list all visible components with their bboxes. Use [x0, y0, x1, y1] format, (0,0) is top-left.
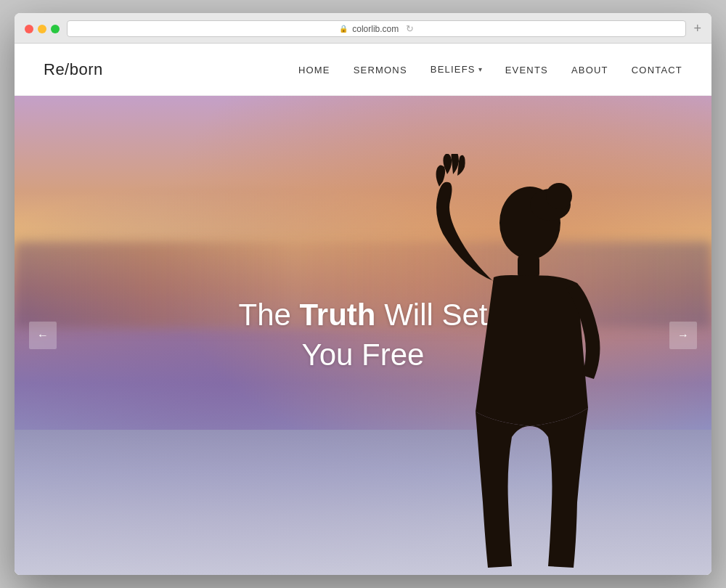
new-tab-button[interactable]: +: [693, 21, 701, 36]
nav-item-sermons[interactable]: SERMONS: [354, 63, 407, 76]
site-content: Re/born HOME SERMONS BELIEFS ▾ EVENTS: [15, 44, 711, 575]
nav-link-sermons[interactable]: SERMONS: [354, 65, 407, 75]
svg-point-2: [546, 183, 572, 209]
nav-item-events[interactable]: EVENTS: [505, 63, 548, 76]
maximize-button[interactable]: [51, 25, 60, 33]
nav-link-events[interactable]: EVENTS: [505, 65, 548, 75]
nav-link-about[interactable]: ABOUT: [571, 65, 608, 75]
address-text: colorlib.com: [352, 24, 399, 34]
address-bar[interactable]: 🔒 colorlib.com ↻: [67, 20, 686, 37]
hero-prev-button[interactable]: ←: [29, 322, 57, 349]
hero-headline: The Truth Will Set: [238, 295, 487, 335]
close-button[interactable]: [25, 25, 33, 33]
nav-link-home[interactable]: HOME: [298, 65, 330, 75]
hero-next-button[interactable]: →: [669, 322, 697, 349]
hero-section: The Truth Will Set You Free ← →: [15, 96, 711, 575]
nav-link-beliefs[interactable]: BELIEFS: [431, 64, 476, 75]
nav-item-contact[interactable]: CONTACT: [632, 63, 682, 76]
nav-item-beliefs[interactable]: BELIEFS ▾: [431, 64, 482, 75]
hero-text: The Truth Will Set You Free: [238, 295, 487, 375]
site-navigation: Re/born HOME SERMONS BELIEFS ▾ EVENTS: [15, 44, 711, 96]
hero-headline-bold: Truth: [300, 298, 376, 332]
browser-chrome: 🔒 colorlib.com ↻ +: [15, 13, 711, 44]
traffic-lights: [25, 25, 60, 33]
nav-links: HOME SERMONS BELIEFS ▾ EVENTS ABOUT: [298, 63, 682, 76]
minimize-button[interactable]: [38, 25, 46, 33]
hero-headline-part1: The: [238, 298, 299, 332]
beliefs-dropdown-icon: ▾: [478, 65, 482, 73]
nav-link-contact[interactable]: CONTACT: [632, 65, 682, 75]
refresh-icon[interactable]: ↻: [406, 23, 414, 34]
hero-headline-part2: Will Set: [376, 298, 488, 332]
lock-icon: 🔒: [339, 25, 348, 33]
nav-item-home[interactable]: HOME: [298, 63, 330, 76]
site-logo[interactable]: Re/born: [44, 60, 103, 79]
hero-headline-line2: You Free: [238, 335, 487, 375]
nav-item-about[interactable]: ABOUT: [571, 63, 608, 76]
browser-window: 🔒 colorlib.com ↻ + Re/born HOME SERMONS …: [15, 13, 711, 575]
